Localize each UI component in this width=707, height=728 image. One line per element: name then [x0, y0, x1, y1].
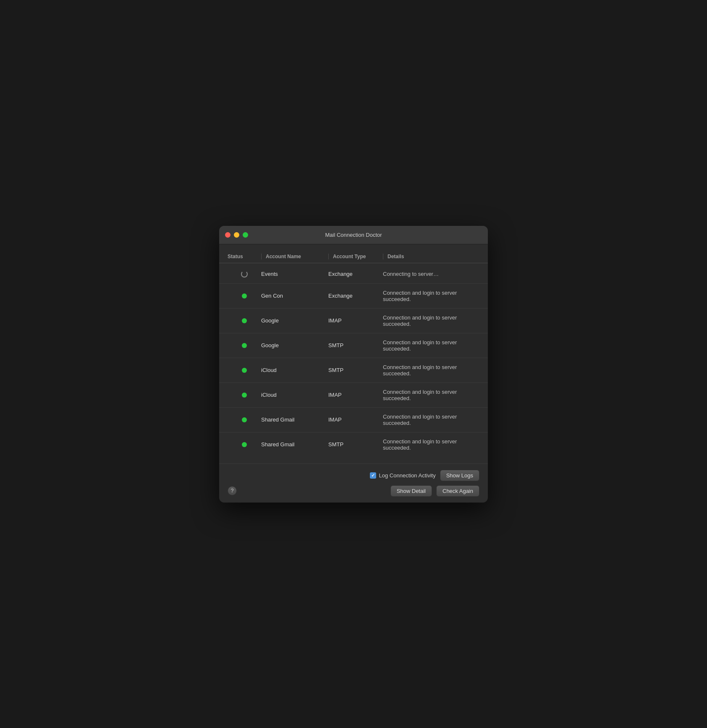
account-type-google-imap: IMAP: [328, 317, 383, 324]
status-cell-google-imap: [228, 318, 261, 323]
account-name-shared-gmail-smtp: Shared Gmail: [261, 441, 328, 448]
show-logs-button[interactable]: Show Logs: [440, 470, 479, 481]
header-account-name: Account Name: [261, 254, 328, 259]
table-header: Status Account Name Account Type Details: [219, 251, 488, 263]
account-type-shared-gmail-imap: IMAP: [328, 416, 383, 423]
account-details-icloud-imap: Connection and login to server succeeded…: [383, 389, 479, 401]
status-green-icon: [242, 368, 247, 373]
footer-row-logs: Log Connection Activity Show Logs: [228, 470, 479, 481]
content-area: Status Account Name Account Type Details…: [219, 244, 488, 464]
status-green-icon: [242, 293, 247, 299]
status-green-icon: [242, 343, 247, 348]
maximize-button[interactable]: [243, 232, 248, 238]
account-type-events: Exchange: [328, 271, 383, 277]
help-button[interactable]: ?: [228, 486, 237, 495]
mail-connection-doctor-window: Mail Connection Doctor Status Account Na…: [219, 226, 488, 503]
account-type-google-smtp: SMTP: [328, 342, 383, 348]
log-activity-checkbox[interactable]: [370, 472, 376, 479]
titlebar: Mail Connection Doctor: [219, 226, 488, 244]
check-again-button[interactable]: Check Again: [436, 485, 479, 497]
account-name-shared-gmail-imap: Shared Gmail: [261, 416, 328, 423]
status-cell-icloud-imap: [228, 393, 261, 398]
footer-row-actions: ? Show Detail Check Again: [228, 485, 479, 497]
account-name-icloud-smtp: iCloud: [261, 367, 328, 373]
account-name-google-imap: Google: [261, 317, 328, 324]
account-type-icloud-smtp: SMTP: [328, 367, 383, 373]
status-cell-gen-con: [228, 293, 261, 299]
window-title: Mail Connection Doctor: [325, 232, 382, 238]
status-cell-icloud-smtp: [228, 368, 261, 373]
status-cell-google-smtp: [228, 343, 261, 348]
account-details-google-smtp: Connection and login to server succeeded…: [383, 339, 479, 352]
account-details-events: Connecting to server…: [383, 271, 479, 277]
minimize-button[interactable]: [234, 232, 239, 238]
account-type-shared-gmail-smtp: SMTP: [328, 441, 383, 448]
log-activity-container: Log Connection Activity: [370, 472, 436, 479]
footer-right-buttons: Show Detail Check Again: [390, 485, 479, 497]
table-row: Shared Gmail SMTP Connection and login t…: [219, 432, 488, 457]
account-type-gen-con: Exchange: [328, 293, 383, 299]
status-cell-shared-gmail-imap: [228, 417, 261, 422]
status-cell-events: [228, 271, 261, 278]
account-name-gen-con: Gen Con: [261, 293, 328, 299]
account-details-gen-con: Connection and login to server succeeded…: [383, 290, 479, 302]
table-row: Gen Con Exchange Connection and login to…: [219, 284, 488, 309]
status-green-icon: [242, 442, 247, 447]
header-details: Details: [383, 254, 479, 259]
log-activity-label: Log Connection Activity: [379, 472, 436, 479]
status-green-icon: [242, 318, 247, 323]
status-green-icon: [242, 393, 247, 398]
table-row: iCloud SMTP Connection and login to serv…: [219, 358, 488, 383]
account-details-icloud-smtp: Connection and login to server succeeded…: [383, 364, 479, 377]
footer: Log Connection Activity Show Logs ? Show…: [219, 464, 488, 503]
account-name-icloud-imap: iCloud: [261, 392, 328, 398]
account-name-events: Events: [261, 271, 328, 277]
account-details-shared-gmail-smtp: Connection and login to server succeeded…: [383, 438, 479, 451]
table-row: iCloud IMAP Connection and login to serv…: [219, 383, 488, 408]
table-row: Google SMTP Connection and login to serv…: [219, 333, 488, 358]
show-detail-button[interactable]: Show Detail: [390, 485, 432, 497]
table-row: Google IMAP Connection and login to serv…: [219, 309, 488, 333]
header-account-type: Account Type: [328, 254, 383, 259]
table-row: Events Exchange Connecting to server…: [219, 265, 488, 284]
status-green-icon: [242, 417, 247, 422]
account-name-google-smtp: Google: [261, 342, 328, 348]
traffic-lights: [225, 232, 248, 238]
close-button[interactable]: [225, 232, 230, 238]
account-type-icloud-imap: IMAP: [328, 392, 383, 398]
status-cell-shared-gmail-smtp: [228, 442, 261, 447]
table-row: Shared Gmail IMAP Connection and login t…: [219, 408, 488, 432]
loading-spinner-icon: [241, 271, 248, 278]
account-details-google-imap: Connection and login to server succeeded…: [383, 314, 479, 327]
account-details-shared-gmail-imap: Connection and login to server succeeded…: [383, 414, 479, 426]
header-status: Status: [228, 254, 261, 259]
